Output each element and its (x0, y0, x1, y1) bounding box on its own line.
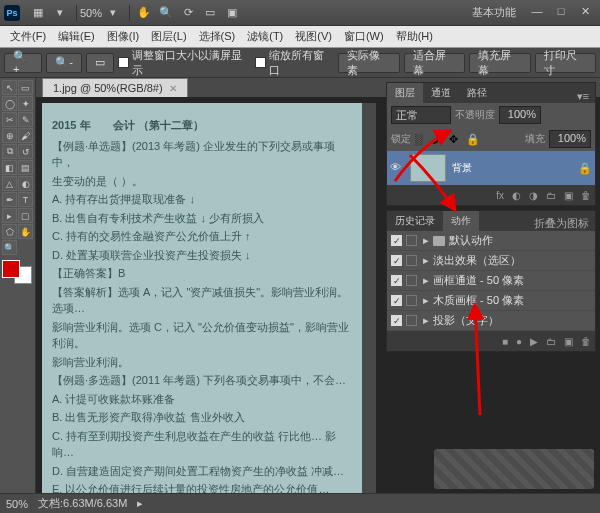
action-row[interactable]: ✓▸淡出效果（选区） (387, 251, 595, 271)
lock-transparent-icon[interactable]: ░ (415, 133, 428, 146)
window-close-icon[interactable]: ✕ (574, 5, 596, 21)
wand-tool-icon[interactable]: ✦ (18, 96, 33, 111)
status-zoom[interactable]: 50% (6, 498, 28, 510)
disclosure-icon[interactable]: ▸ (423, 274, 429, 287)
hand-tool-icon[interactable]: ✋ (134, 4, 154, 22)
adjustment-icon[interactable]: ◑ (529, 190, 538, 201)
bridge-icon[interactable]: ▦ (28, 4, 48, 22)
action-check-icon[interactable]: ✓ (391, 255, 402, 266)
3d-tool-icon[interactable]: ⬠ (2, 224, 17, 239)
disclosure-icon[interactable]: ▸ (423, 314, 429, 327)
visibility-icon[interactable]: 👁 (390, 161, 404, 175)
fill-field[interactable]: 100% (549, 130, 591, 148)
menu-image[interactable]: 图像(I) (101, 27, 145, 46)
canvas[interactable]: 2015 年 会计 （第十二章） 【例题·单选题】(2013 年考题) 企业发生… (42, 103, 362, 513)
blend-mode-select[interactable]: 正常 (391, 106, 451, 124)
action-row[interactable]: ✓▸画框通道 - 50 像素 (387, 271, 595, 291)
document-tab[interactable]: 1.jpg @ 50%(RGB/8#) ✕ (42, 78, 188, 97)
layer-row[interactable]: 👁 背景 🔒 (387, 151, 595, 185)
menu-edit[interactable]: 编辑(E) (52, 27, 101, 46)
window-restore-icon[interactable]: □ (550, 5, 572, 21)
status-arrow-icon[interactable]: ▸ (137, 497, 143, 510)
collapse-button[interactable]: 折叠为图标 (528, 216, 595, 231)
fit-screen-button[interactable]: 适合屏幕 (404, 53, 465, 73)
gradient-tool-icon[interactable]: ▤ (18, 160, 33, 175)
vertical-scrollbar[interactable] (362, 103, 376, 513)
lasso-tool-icon[interactable]: ◯ (2, 96, 17, 111)
action-check-icon[interactable]: ✓ (391, 295, 402, 306)
new-layer-icon[interactable]: ▣ (564, 190, 573, 201)
disclosure-icon[interactable]: ▸ (423, 254, 429, 267)
brush-tool-icon[interactable]: 🖌 (18, 128, 33, 143)
shape-tool-icon[interactable]: ▢ (18, 208, 33, 223)
opacity-field[interactable]: 100% (499, 106, 541, 124)
actual-pixels-button[interactable]: 实际像素 (338, 53, 399, 73)
action-row[interactable]: ✓▸投影（文字） (387, 311, 595, 331)
tab-actions[interactable]: 动作 (443, 211, 479, 231)
menu-help[interactable]: 帮助(H) (390, 27, 439, 46)
action-row[interactable]: ✓▸木质画框 - 50 像素 (387, 291, 595, 311)
blur-tool-icon[interactable]: △ (2, 176, 17, 191)
foreground-color-swatch[interactable] (2, 260, 20, 278)
menu-layer[interactable]: 图层(L) (145, 27, 192, 46)
fill-screen-button[interactable]: 填充屏幕 (469, 53, 530, 73)
tab-layers[interactable]: 图层 (387, 83, 423, 103)
disclosure-icon[interactable]: ▸ (423, 294, 429, 307)
screen-mode-icon[interactable]: ▣ (222, 4, 242, 22)
menu-window[interactable]: 窗口(W) (338, 27, 390, 46)
action-dialog-icon[interactable] (406, 255, 417, 266)
action-dialog-icon[interactable] (406, 235, 417, 246)
menu-select[interactable]: 选择(S) (193, 27, 242, 46)
disclosure-icon[interactable]: ▸ (423, 234, 429, 247)
workspace-label[interactable]: 基本功能 (472, 5, 516, 20)
panel-menu-icon[interactable]: ▾≡ (571, 90, 595, 103)
stop-icon[interactable]: ■ (502, 336, 508, 347)
eyedropper-tool-icon[interactable]: ✎ (18, 112, 33, 127)
fx-icon[interactable]: fx (496, 190, 504, 201)
resize-window-checkbox[interactable]: 调整窗口大小以满屏显示 (118, 48, 251, 78)
folder-icon[interactable]: 🗀 (546, 190, 556, 201)
eraser-tool-icon[interactable]: ◧ (2, 160, 17, 175)
menu-filter[interactable]: 滤镜(T) (241, 27, 289, 46)
heal-tool-icon[interactable]: ⊕ (2, 128, 17, 143)
menu-file[interactable]: 文件(F) (4, 27, 52, 46)
fit-icon[interactable]: ▭ (86, 53, 114, 73)
layer-name[interactable]: 背景 (452, 161, 472, 175)
layer-thumbnail[interactable] (410, 154, 446, 182)
action-dialog-icon[interactable] (406, 295, 417, 306)
trash-icon[interactable]: 🗑 (581, 190, 591, 201)
arrange-icon[interactable]: ▭ (200, 4, 220, 22)
pen-tool-icon[interactable]: ✒ (2, 192, 17, 207)
action-row[interactable]: ✓▸默认动作 (387, 231, 595, 251)
tab-close-icon[interactable]: ✕ (169, 83, 177, 94)
zoom-in-icon[interactable]: 🔍+ (4, 53, 42, 73)
zoom-level-field[interactable]: 50% (81, 4, 101, 22)
window-minimize-icon[interactable]: — (526, 5, 548, 21)
move-tool-icon[interactable]: ↖ (2, 80, 17, 95)
color-swatches[interactable] (2, 260, 32, 284)
tab-paths[interactable]: 路径 (459, 83, 495, 103)
crop-tool-icon[interactable]: ✂ (2, 112, 17, 127)
mask-icon[interactable]: ◐ (512, 190, 521, 201)
path-select-icon[interactable]: ▸ (2, 208, 17, 223)
history-brush-icon[interactable]: ↺ (18, 144, 33, 159)
record-icon[interactable]: ● (516, 336, 522, 347)
rotate-view-icon[interactable]: ⟳ (178, 4, 198, 22)
zoom-dropdown-icon[interactable]: ▾ (103, 4, 123, 22)
action-dialog-icon[interactable] (406, 275, 417, 286)
zoom-out-icon[interactable]: 🔍- (46, 53, 82, 73)
zoom-all-checkbox[interactable]: 缩放所有窗口 (255, 48, 334, 78)
menu-view[interactable]: 视图(V) (289, 27, 338, 46)
new-action-icon[interactable]: ▣ (564, 336, 573, 347)
hand-tool-palette-icon[interactable]: ✋ (18, 224, 33, 239)
print-size-button[interactable]: 打印尺寸 (535, 53, 596, 73)
tab-history[interactable]: 历史记录 (387, 211, 443, 231)
lock-all-icon[interactable]: 🔒 (466, 133, 479, 146)
trash-action-icon[interactable]: 🗑 (581, 336, 591, 347)
mini-bridge-icon[interactable]: ▾ (50, 4, 70, 22)
dodge-tool-icon[interactable]: ◐ (18, 176, 33, 191)
marquee-tool-icon[interactable]: ▭ (18, 80, 33, 95)
zoom-tool-palette-icon[interactable]: 🔍 (2, 240, 17, 255)
zoom-tool-icon[interactable]: 🔍 (156, 4, 176, 22)
play-icon[interactable]: ▶ (530, 336, 538, 347)
